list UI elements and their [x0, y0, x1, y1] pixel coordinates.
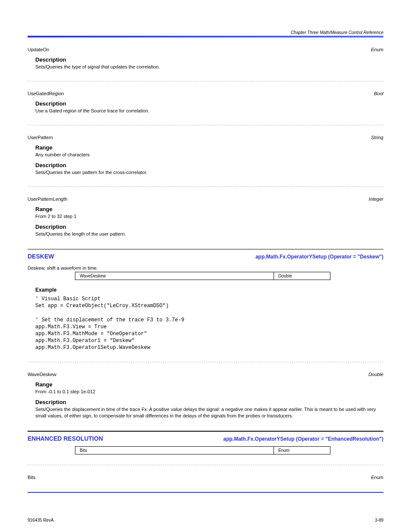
item-updateon: UpdateOn Enum — [28, 47, 383, 53]
item-userpatternlength: UserPatternLength Integer — [28, 196, 383, 202]
footer-doc: 916435 RevA — [28, 518, 54, 523]
bottom-blue-rule — [28, 492, 383, 493]
enhres-path: app.Math.Fx.OperatorYSetup (Operator = "… — [223, 436, 383, 442]
range-label: Range — [28, 206, 383, 212]
range-label: Range — [28, 144, 383, 151]
example-label: Example — [28, 287, 383, 293]
item-userpattern: UserPattern String — [28, 135, 383, 141]
deskew-table: WaveDeskew Double — [75, 272, 330, 280]
table-cell-type: Double — [274, 272, 330, 280]
separator — [28, 362, 383, 362]
item-type: String — [371, 135, 383, 140]
footer-page: 3-89 — [375, 518, 383, 523]
item-type: Double — [368, 372, 383, 377]
item-type: Enum — [371, 47, 383, 52]
table-cell-type: Enum — [274, 446, 330, 454]
description-label: Description — [28, 56, 383, 63]
deskew-heading: DESKEW — [28, 253, 54, 260]
item-type: Bool — [374, 91, 383, 96]
range-label: Range — [28, 381, 383, 388]
item-usegatedregion: UseGatedRegion Bool — [28, 91, 383, 97]
section-rule — [28, 249, 383, 250]
table-cell-name: WaveDeskew — [75, 272, 274, 280]
description-text: Sets/Queries the displacement in time of… — [28, 406, 383, 420]
separator — [28, 187, 383, 187]
description-label: Description — [28, 100, 383, 107]
table-row: Bits Enum — [75, 446, 330, 454]
item-type: Enum — [371, 475, 383, 480]
section-rule — [28, 431, 383, 432]
deskew-path: app.Math.Fx.OperatorYSetup (Operator = "… — [255, 254, 383, 260]
page-header-chapter: Chapter Three Math/Measure Control Refer… — [28, 30, 383, 35]
table-row: WaveDeskew Double — [75, 272, 330, 280]
item-bits: Bits Enum — [28, 475, 383, 481]
separator — [28, 125, 383, 125]
description-text: Use a Gated region of the Source trace f… — [28, 108, 383, 115]
top-blue-rule — [28, 36, 383, 37]
range-text: From -0.1 to 0.1 step 1e-012 — [28, 389, 383, 395]
range-text: Any number of characters — [28, 152, 383, 159]
item-name: UpdateOn — [28, 47, 49, 52]
item-wavedeskew: WaveDeskew Double — [28, 372, 383, 378]
item-type: Integer — [369, 196, 383, 202]
description-label: Description — [28, 399, 383, 405]
separator — [28, 81, 383, 81]
table-cell-name: Bits — [75, 446, 274, 454]
example-code: ' Visual Basic Script Set app = CreateOb… — [28, 296, 383, 352]
item-name: UserPatternLength — [28, 196, 67, 202]
description-label: Description — [28, 162, 383, 168]
description-text: Sets/Queries the user pattern for the cr… — [28, 169, 383, 176]
item-name: UseGatedRegion — [28, 91, 64, 96]
enhres-table: Bits Enum — [75, 446, 330, 454]
item-name: UserPattern — [28, 135, 53, 140]
description-text: Sets/Queries the length of the user patt… — [28, 231, 383, 238]
item-name: Bits — [28, 475, 35, 480]
enhres-heading: ENHANCED RESOLUTION — [28, 435, 103, 442]
item-name: WaveDeskew — [28, 372, 56, 377]
separator — [28, 465, 383, 465]
description-text: Sets/Queries the type of signal that upd… — [28, 64, 383, 71]
deskew-blurb: Deskew, shift a waveform in time. — [28, 265, 383, 272]
range-text: From 2 to 32 step 1 — [28, 213, 383, 220]
description-label: Description — [28, 224, 383, 230]
